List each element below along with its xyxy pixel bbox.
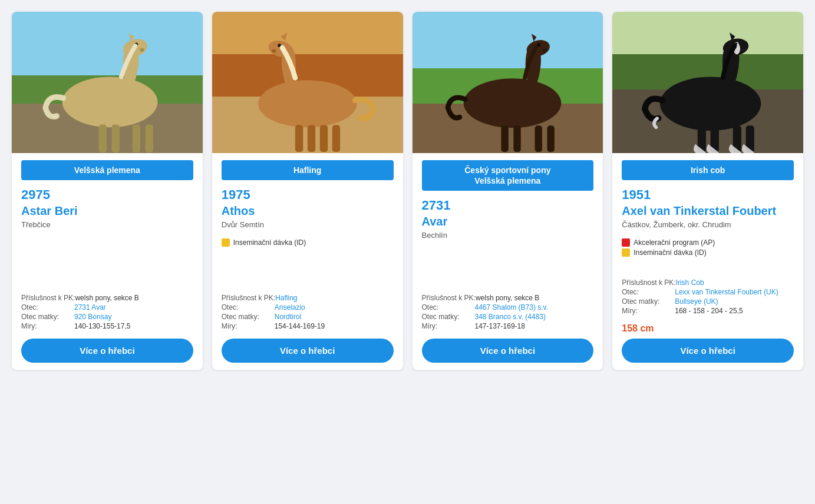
svg-rect-5 (111, 124, 119, 152)
horse-id: 2731 (422, 199, 594, 212)
detail-value: Bullseye (UK) (675, 297, 718, 306)
more-button[interactable]: Více o hřebci (422, 339, 594, 363)
svg-rect-21 (513, 125, 520, 152)
svg-rect-7 (146, 124, 153, 152)
detail-value: 147-137-169-18 (475, 322, 525, 330)
svg-point-18 (542, 49, 547, 52)
detail-row: Otec matky: 920 Bonsay (21, 313, 193, 321)
svg-rect-4 (99, 124, 107, 152)
svg-rect-13 (308, 125, 315, 152)
badge-item: Akcelerační program (AP) (622, 238, 794, 247)
detail-row: Otec: 2731 Avar (21, 303, 193, 311)
detail-label: Příslušnost k PK: (422, 294, 476, 302)
breed-badge: Velšská plemena (21, 160, 193, 180)
detail-label: Míry: (422, 322, 475, 330)
svg-rect-6 (133, 124, 140, 152)
detail-value: welsh pony, sekce B (476, 294, 540, 302)
breed-badge: Hafling (222, 160, 394, 180)
horse-image-2 (212, 12, 403, 153)
detail-row: Příslušnost k PK: welsh pony, sekce B (21, 294, 193, 302)
detail-label: Otec: (622, 288, 675, 296)
horse-name: Axel van Tinkerstal Foubert (622, 204, 794, 218)
detail-row: Otec matky: 348 Branco s.v. (4483) (422, 313, 594, 321)
detail-label: Příslušnost k PK: (622, 278, 675, 287)
badge-item: Inseminační dávka (ID) (222, 238, 394, 247)
detail-label: Otec: (222, 303, 275, 311)
detail-value: 2731 Avar (74, 303, 106, 311)
badge-dot-red (622, 238, 630, 247)
horse-id: 1951 (622, 188, 794, 201)
breed-badge: Irish cob (622, 160, 794, 180)
detail-label: Otec: (21, 303, 74, 311)
detail-label: Míry: (21, 322, 74, 330)
horse-card-4: Irish cob 1951 Axel van Tinkerstal Foube… (612, 12, 803, 370)
badge-label: Inseminační dávka (ID) (233, 238, 306, 247)
svg-rect-22 (534, 125, 542, 152)
detail-label: Otec: (422, 303, 475, 311)
detail-value: 4467 Shalom (B73) s.v. (475, 303, 549, 311)
badges-section: Inseminační dávka (ID) (222, 238, 394, 250)
badges-section (422, 249, 594, 261)
card-body-3: Český sportovní ponyVelšská plemena 2731… (413, 153, 603, 370)
details-section: Příslušnost k PK: welsh pony, sekce B Ot… (422, 294, 594, 331)
horse-location: Bechlín (422, 231, 594, 240)
badge-item: Inseminační dávka (ID) (622, 248, 794, 257)
cards-grid: Velšská plemena 2975 Astar Beri Třebčice… (12, 12, 803, 370)
more-button[interactable]: Více o hřebci (21, 339, 193, 363)
detail-value: Lexx van Tinkerstal Foubert (UK) (675, 288, 778, 296)
card-body-1: Velšská plemena 2975 Astar Beri Třebčice… (12, 153, 203, 370)
detail-label: Míry: (222, 322, 275, 330)
detail-value: 348 Branco s.v. (4483) (475, 313, 546, 321)
detail-row: Otec matky: Nordtirol (222, 313, 394, 321)
horse-image-3 (413, 12, 603, 153)
detail-row: Míry: 140-130-155-17,5 (21, 322, 193, 330)
detail-value: Nordtirol (275, 313, 301, 321)
svg-point-2 (140, 48, 144, 52)
detail-label: Otec matky: (21, 313, 74, 321)
detail-label: Otec matky: (222, 313, 275, 321)
horse-name: Astar Beri (21, 204, 193, 218)
horse-location: Dvůr Semtín (222, 220, 394, 229)
horse-card-1: Velšská plemena 2975 Astar Beri Třebčice… (12, 12, 203, 370)
detail-value: welsh pony, sekce B (75, 294, 139, 302)
horse-location: Třebčice (21, 220, 193, 229)
details-section: Příslušnost k PK: Irish Cob Otec: Lexx v… (622, 278, 794, 316)
horse-card-2: Hafling 1975 Athos Dvůr Semtín Inseminač… (212, 12, 403, 370)
horse-image-1 (12, 12, 203, 153)
badge-dot-yellow (222, 238, 230, 247)
detail-value: 140-130-155-17,5 (74, 322, 130, 330)
horse-name: Avar (422, 214, 594, 228)
horse-silhouette-4 (612, 12, 803, 153)
detail-label: Příslušnost k PK: (21, 294, 75, 302)
horse-silhouette-3 (413, 12, 603, 153)
svg-point-24 (660, 77, 761, 130)
horse-name: Athos (222, 204, 394, 218)
horse-height: 158 cm (622, 323, 794, 334)
horse-id: 1975 (222, 188, 394, 201)
badges-section: Akcelerační program (AP) Inseminační dáv… (622, 238, 794, 258)
svg-point-10 (272, 49, 276, 53)
more-button[interactable]: Více o hřebci (222, 339, 394, 363)
detail-row: Příslušnost k PK: welsh pony, sekce B (422, 294, 594, 302)
details-section: Příslušnost k PK: welsh pony, sekce B Ot… (21, 294, 193, 331)
card-body-4: Irish cob 1951 Axel van Tinkerstal Foube… (612, 153, 803, 370)
badges-section (21, 238, 193, 250)
more-button[interactable]: Více o hřebci (622, 339, 794, 363)
detail-row: Příslušnost k PK: Hafling (222, 294, 394, 302)
svg-point-8 (258, 80, 357, 127)
svg-point-16 (463, 78, 561, 128)
detail-row: Otec: 4467 Shalom (B73) s.v. (422, 303, 594, 311)
detail-row: Příslušnost k PK: Irish Cob (622, 278, 794, 287)
detail-label: Otec matky: (622, 297, 675, 306)
detail-row: Otec matky: Bullseye (UK) (622, 297, 794, 306)
details-section: Příslušnost k PK: Hafling Otec: Anselazi… (222, 294, 394, 331)
card-body-2: Hafling 1975 Athos Dvůr Semtín Inseminač… (212, 153, 403, 370)
svg-point-27 (741, 49, 746, 52)
detail-value: Anselazio (275, 303, 305, 311)
horse-silhouette-1 (12, 12, 203, 153)
detail-row: Míry: 168 - 158 - 204 - 25,5 (622, 307, 794, 315)
detail-row: Míry: 154-144-169-19 (222, 322, 394, 330)
detail-row: Otec: Anselazio (222, 303, 394, 311)
detail-row: Otec: Lexx van Tinkerstal Foubert (UK) (622, 288, 794, 296)
detail-label: Otec matky: (422, 313, 475, 321)
